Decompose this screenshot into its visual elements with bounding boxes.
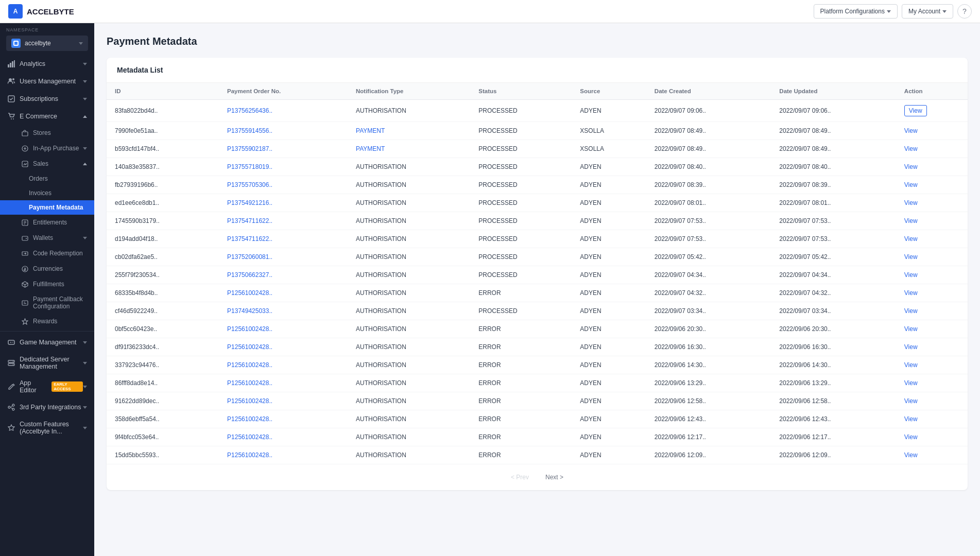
sidebar-item-entitlements[interactable]: Entitlements <box>0 215 94 230</box>
table-row: 9f4bfcc053e64.. P12561002428.. AUTHORISA… <box>107 428 968 446</box>
cell-action: View <box>896 356 968 374</box>
users-chevron-icon <box>83 80 87 83</box>
table-row: 1745590b3179.. P13754711622.. AUTHORISAT… <box>107 212 968 230</box>
cell-status: ERROR <box>470 392 572 410</box>
sidebar-divider-1 <box>0 331 94 332</box>
view-action-link[interactable]: View <box>904 145 918 152</box>
subscriptions-label: Subscriptions <box>20 95 58 102</box>
sidebar-item-currencies[interactable]: Currencies <box>0 261 94 276</box>
sidebar-item-code-redemption[interactable]: Code Redemption <box>0 246 94 261</box>
sidebar-item-in-app-purchase[interactable]: In-App Purchase <box>0 141 94 156</box>
view-action-link[interactable]: View <box>904 451 918 459</box>
cell-order-no: P13756256436.. <box>219 100 348 122</box>
view-action-link[interactable]: View <box>904 379 918 387</box>
custom-features-label: Custom Features (Accelbyte In... <box>20 421 83 435</box>
analytics-label: Analytics <box>20 60 45 67</box>
account-chevron-icon <box>942 10 947 13</box>
main-layout: NAMESPACE accelbyte Analytics <box>0 23 980 556</box>
svg-rect-0 <box>8 64 9 67</box>
next-page-button[interactable]: Next > <box>541 472 568 483</box>
sidebar-item-orders[interactable]: Orders <box>0 171 94 186</box>
svg-point-4 <box>9 78 12 81</box>
view-action-link[interactable]: View <box>904 163 918 170</box>
server-chevron-icon <box>83 362 87 364</box>
cell-order-no: P12561002428.. <box>219 338 348 356</box>
view-action-link[interactable]: View <box>904 127 918 134</box>
currencies-label: Currencies <box>33 265 63 272</box>
sidebar-item-stores[interactable]: Stores <box>0 125 94 141</box>
cell-source: ADYEN <box>572 100 646 122</box>
cell-action: View <box>896 122 968 140</box>
namespace-select[interactable]: accelbyte <box>6 36 88 51</box>
sidebar-item-app-editor[interactable]: App Editor EARLY ACCESS <box>0 375 94 398</box>
view-action-link[interactable]: View <box>904 397 918 405</box>
analytics-chevron-icon <box>83 63 87 65</box>
cell-status: PROCESSED <box>470 248 572 266</box>
sidebar-item-sales[interactable]: Sales <box>0 156 94 171</box>
sidebar-item-subscriptions[interactable]: Subscriptions <box>0 90 94 108</box>
cell-order-no: P12561002428.. <box>219 392 348 410</box>
sidebar-item-dedicated-server[interactable]: Dedicated Server Management <box>0 351 94 375</box>
svg-marker-18 <box>22 319 28 324</box>
logo: A ACCELBYTE <box>8 4 74 19</box>
sidebar-item-wallets[interactable]: Wallets <box>0 230 94 246</box>
view-action-link[interactable]: View <box>904 217 918 224</box>
cell-source: ADYEN <box>572 392 646 410</box>
view-action-link[interactable]: View <box>904 415 918 423</box>
table-row: df91f36233dc4.. P12561002428.. AUTHORISA… <box>107 338 968 356</box>
sidebar-item-invoices[interactable]: Invoices <box>0 186 94 200</box>
platform-config-button[interactable]: Platform Configurations <box>814 4 898 19</box>
prev-page-button[interactable]: < Prev <box>507 472 533 483</box>
sidebar-item-payment-callback[interactable]: Payment Callback Configuration <box>0 292 94 314</box>
cell-date-updated: 2022/09/07 08:01.. <box>771 194 896 212</box>
cell-status: PROCESSED <box>470 230 572 248</box>
sidebar-item-game-management[interactable]: Game Management <box>0 334 94 351</box>
cell-date-updated: 2022/09/06 14:30.. <box>771 356 896 374</box>
view-action-link[interactable]: View <box>904 361 918 369</box>
sidebar-item-custom-features[interactable]: Custom Features (Accelbyte In... <box>0 416 94 440</box>
view-action-link[interactable]: View <box>904 253 918 260</box>
iap-label: In-App Purchase <box>33 145 79 152</box>
main-content: Payment Metadata Metadata List ID Paymen… <box>94 23 980 556</box>
view-action-link[interactable]: View <box>904 199 918 206</box>
view-action-link[interactable]: View <box>904 271 918 279</box>
sidebar-item-fulfillments[interactable]: Fulfillments <box>0 276 94 292</box>
early-access-badge: EARLY ACCESS <box>51 381 83 392</box>
cell-action: View <box>896 446 968 464</box>
metadata-table: ID Payment Order No. Notification Type S… <box>107 83 968 464</box>
sidebar-item-rewards[interactable]: Rewards <box>0 314 94 329</box>
view-action-link[interactable]: View <box>904 343 918 351</box>
view-action-link[interactable]: View <box>904 433 918 441</box>
col-date-created: Date Created <box>646 83 771 100</box>
sidebar-item-users-management[interactable]: Users Management <box>0 73 94 90</box>
view-action-link[interactable]: View <box>904 289 918 297</box>
cell-source: ADYEN <box>572 428 646 446</box>
help-button[interactable]: ? <box>957 4 972 19</box>
sidebar-item-payment-metadata[interactable]: Payment Metadata <box>0 200 94 215</box>
cell-date-created: 2022/09/07 08:49.. <box>646 140 771 158</box>
sidebar-item-analytics[interactable]: Analytics <box>0 55 94 73</box>
cell-source: ADYEN <box>572 320 646 338</box>
cell-order-no: P13754711622.. <box>219 212 348 230</box>
table-row: 358d6ebff5a54.. P12561002428.. AUTHORISA… <box>107 410 968 428</box>
cell-notif-type: AUTHORISATION <box>348 158 470 176</box>
account-button[interactable]: My Account <box>902 4 953 19</box>
view-action-link[interactable]: View <box>904 181 918 188</box>
view-action-link[interactable]: View <box>904 235 918 242</box>
cell-source: ADYEN <box>572 248 646 266</box>
sidebar-item-ecommerce[interactable]: E Commerce <box>0 108 94 125</box>
sidebar-item-3rd-party[interactable]: 3rd Party Integrations <box>0 398 94 416</box>
cell-id: 9f4bfcc053e64.. <box>107 428 219 446</box>
cell-action: View <box>896 392 968 410</box>
view-action-link[interactable]: View <box>904 307 918 315</box>
cell-id: fb27939196b6.. <box>107 176 219 194</box>
svg-point-16 <box>22 266 28 272</box>
cell-status: ERROR <box>470 428 572 446</box>
cell-notif-type: AUTHORISATION <box>348 266 470 284</box>
cell-source: ADYEN <box>572 212 646 230</box>
view-action-link[interactable]: View <box>904 325 918 333</box>
game-management-icon <box>7 338 15 346</box>
view-action-link[interactable]: View <box>904 105 927 116</box>
header-row: ID Payment Order No. Notification Type S… <box>107 83 968 100</box>
cell-order-no: P13750662327.. <box>219 266 348 284</box>
